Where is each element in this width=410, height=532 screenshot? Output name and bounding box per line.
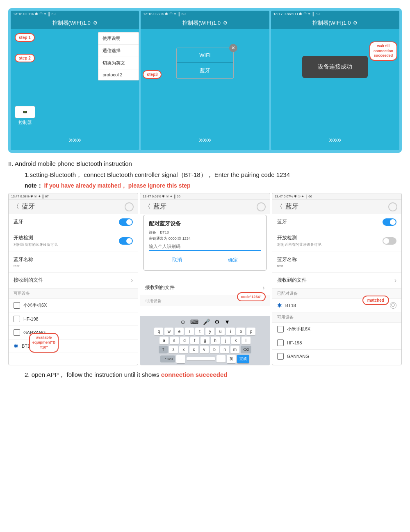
- top-phone3-title: 控制器(WIFI)1.0 ⚙: [271, 17, 399, 29]
- menu-item-comm[interactable]: 通信选择: [98, 45, 139, 57]
- mic-icon[interactable]: 🎤: [201, 318, 212, 326]
- keyboard-icon[interactable]: ⌨: [189, 318, 200, 326]
- popup-bluetooth[interactable]: 蓝牙: [177, 63, 233, 78]
- bp3-device-ganyang[interactable]: GANYANG: [272, 350, 401, 363]
- final-text-black: 2. open APP， follow the instruction unti…: [25, 371, 161, 378]
- step1-bubble: step 1: [15, 33, 35, 42]
- num-key[interactable]: ~* 123: [160, 355, 175, 362]
- bottom-phone1: 13:47 0.08% ✱ ☉ ✦ ║ 67 〈 蓝牙 蓝牙 开放检测 对附近所…: [8, 193, 138, 365]
- wifi-bt-popup: ✕ WIFI 蓝牙: [176, 48, 234, 79]
- emoji-icon[interactable]: ☺: [178, 318, 187, 326]
- back-icon[interactable]: 〈: [13, 202, 19, 211]
- section-ii-header: II. Android mobile phone Bluetooth instr…: [8, 160, 402, 167]
- top-phones-section: 13:16 0.01% ✱ ☉ ✦ ║ 69 控制器(WIFI)1.0 ⚙ 使用…: [8, 8, 402, 153]
- connection-success-box: 设备连接成功: [302, 56, 368, 78]
- bp1-device-xiaomi[interactable]: 小米手机6X: [9, 299, 138, 312]
- device-checkbox[interactable]: [14, 302, 20, 309]
- bp3-device-hf198[interactable]: HF-198: [272, 336, 401, 350]
- dialog-confirm-btn[interactable]: 确定: [222, 255, 244, 265]
- bp3-btname-row: 蓝牙名称 test: [272, 252, 401, 273]
- code-bubble: code"1234": [237, 292, 266, 301]
- device-checkbox[interactable]: [14, 316, 20, 322]
- en-key[interactable]: 英: [227, 355, 236, 363]
- final-instruction: 2. open APP， follow the instruction unti…: [25, 371, 402, 379]
- comma-key[interactable]: ，: [176, 355, 185, 363]
- down-icon[interactable]: ▼: [223, 318, 232, 326]
- popup-wifi[interactable]: WIFI: [177, 48, 233, 63]
- menu-item-lang[interactable]: 切换为英文: [98, 57, 139, 69]
- opendetect-toggle[interactable]: [383, 237, 396, 245]
- dialog-buttons: 取消 确定: [149, 255, 261, 265]
- shift-key[interactable]: ⇑: [159, 346, 168, 353]
- kb-bottom-row: ~* 123 ， · 英 完成: [142, 355, 268, 363]
- back-icon[interactable]: 〈: [276, 202, 283, 211]
- device-checkbox[interactable]: [277, 353, 284, 360]
- top-phone2: 13:16 0.27% ✱ ☉ ✦ ║ 69 控制器(WIFI)1.0 ⚙ st…: [141, 11, 269, 150]
- bluetooth-toggle[interactable]: [119, 218, 133, 226]
- popup-close-btn[interactable]: ✕: [229, 44, 237, 52]
- info-icon[interactable]: ⓘ: [390, 302, 396, 309]
- phone1-menu: 使用说明 通信选择 切换为英文 protocol 2: [98, 32, 139, 80]
- device-icon: 📟: [15, 106, 35, 118]
- settings-icon[interactable]: ⚙: [213, 318, 221, 326]
- kb-row2: a s d f g h j k l: [142, 337, 268, 344]
- done-key[interactable]: 完成: [237, 355, 249, 363]
- instruction1: 1.setting-Bluetooth， connect Bluetooth c…: [25, 170, 402, 180]
- bp3-device-xiaomi[interactable]: 小米手机6X: [272, 323, 401, 336]
- bp3-statusbar: 13:47 0.07% ✱ ☉ ✦ ║ 66: [272, 193, 401, 200]
- bp3-opendetect-row: 开放检测 对附近所有的蓝牙设备可见: [272, 230, 401, 252]
- backspace-key[interactable]: ⌫: [241, 346, 251, 353]
- bp1-device-bt18[interactable]: ✱ BT18: [9, 339, 138, 353]
- dialog-device: 设备：BT18: [149, 230, 261, 235]
- chevron-right-icon: ›: [131, 277, 133, 284]
- bp1-device-ganyang[interactable]: GANYANG: [9, 326, 138, 339]
- refresh-icon[interactable]: [257, 202, 266, 211]
- phone3-nav: »»»: [271, 135, 399, 144]
- refresh-icon[interactable]: [125, 202, 134, 211]
- space-key[interactable]: [187, 357, 215, 360]
- bp2-title: 蓝牙: [153, 202, 166, 211]
- bluetooth-icon: ✱: [14, 343, 18, 349]
- note-red-text: if you have already matched， please igno…: [44, 182, 190, 189]
- bp3-bluetooth-row: 蓝牙: [272, 214, 401, 230]
- menu-item-protocol[interactable]: protocol 2: [98, 69, 139, 80]
- pin-input[interactable]: [149, 243, 261, 251]
- matched-bubble: matched: [362, 296, 389, 305]
- bp1-statusbar: 13:47 0.08% ✱ ☉ ✦ ║ 67: [9, 193, 138, 200]
- top-phone3-statusbar: 13:17 0.86% O ✱ ☉ ✦ ║ 69: [271, 11, 399, 17]
- top-phone1-statusbar: 13:16 0.01% ✱ ☉ ✦ ║ 69: [11, 11, 139, 17]
- device-checkbox[interactable]: [277, 339, 284, 346]
- bp3-device-bt18-matched[interactable]: ✱ BT18 ⓘ matched: [272, 299, 401, 312]
- bp3-title: 蓝牙: [285, 202, 298, 211]
- bp1-bluetooth-row: 蓝牙: [9, 214, 138, 230]
- bluetooth-toggle[interactable]: [383, 218, 396, 226]
- opendetect-toggle[interactable]: [119, 237, 133, 245]
- bp3-header: 〈 蓝牙: [272, 200, 401, 214]
- dot-key[interactable]: ·: [216, 355, 226, 362]
- pair-dialog: 配对蓝牙设备 设备：BT18 密钥通常为 0000 或 1234 取消 确定: [144, 215, 266, 271]
- dialog-pin: 密钥通常为 0000 或 1234: [149, 236, 261, 241]
- dialog-cancel-btn[interactable]: 取消: [166, 255, 188, 265]
- device-checkbox[interactable]: [14, 329, 20, 336]
- bottom-phones-section: 13:47 0.08% ✱ ☉ ✦ ║ 67 〈 蓝牙 蓝牙 开放检测 对附近所…: [8, 193, 402, 365]
- bp1-received-row[interactable]: 接收到的文件 ›: [9, 273, 138, 289]
- kb-row3: ⇑ z x c v b n m ⌫: [142, 346, 268, 353]
- top-phone2-title: 控制器(WIFI)1.0 ⚙: [141, 17, 269, 29]
- bp1-device-hf198[interactable]: HF-198: [9, 312, 138, 326]
- available-bubble: availableequipment"BT18": [29, 333, 59, 352]
- note-label: note：: [25, 182, 43, 189]
- refresh-icon[interactable]: [388, 202, 397, 211]
- wait-bubble: wait tillconnectionsucceeded: [369, 41, 397, 61]
- bottom-phone2: 13:47 0.01% ✱ ☉ ✦ ║ 66 〈 蓝牙 配对蓝牙设备 设备：BT…: [140, 193, 270, 365]
- bp2-statusbar: 13:47 0.01% ✱ ☉ ✦ ║ 66: [140, 193, 269, 200]
- final-text-red: connection succeeded: [161, 371, 228, 378]
- gear-icon: ⚙: [353, 20, 358, 26]
- bottom-phone3: 13:47 0.07% ✱ ☉ ✦ ║ 66 〈 蓝牙 蓝牙 开放检测 对附近所…: [272, 193, 402, 365]
- keyboard-area: ☺ ⌨ 🎤 ⚙ ▼ q w e r t y u i o p a s d: [140, 316, 269, 365]
- device-checkbox[interactable]: [277, 326, 284, 332]
- step3-bubble: step3: [143, 70, 162, 79]
- bp3-available-section: 可用设备: [272, 312, 401, 323]
- back-icon[interactable]: 〈: [144, 202, 151, 211]
- menu-item-help[interactable]: 使用说明: [98, 32, 139, 45]
- bp3-received-row[interactable]: 接收到的文件 ›: [272, 273, 401, 289]
